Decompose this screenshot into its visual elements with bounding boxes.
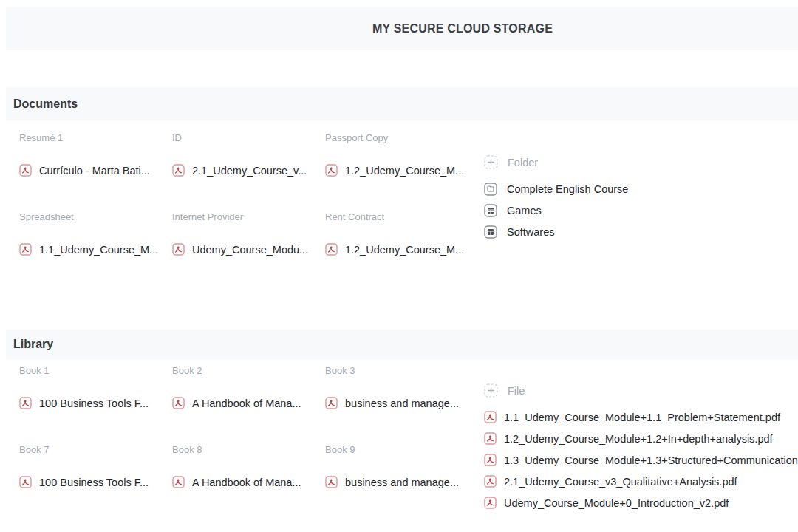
- library-column-2: Book 2 A Handbook of Mana... Book 8 A Ha…: [172, 359, 325, 523]
- folder-item[interactable]: Softwares: [484, 225, 798, 239]
- file-name: 100 Business Tools F...: [39, 477, 149, 488]
- cloud-storage-page: MY SECURE CLOUD STORAGE Documents Resumé…: [6, 7, 798, 532]
- pdf-icon: [325, 164, 338, 177]
- file-list-item[interactable]: Udemy_Course_Module+0_Introduction_v2.pd…: [484, 497, 798, 509]
- pdf-icon: [172, 476, 185, 488]
- pdf-icon: [325, 476, 338, 488]
- apps-grid-icon: [484, 204, 497, 217]
- file-slot-label: Resumé 1: [19, 132, 172, 143]
- documents-column-1: Resumé 1 Currículo - Marta Bati... Sprea…: [19, 120, 172, 290]
- file-name: 2.1_Udemy_Course_v...: [192, 165, 307, 177]
- file-slot-label: Book 8: [172, 444, 325, 455]
- folder-panel-title: Folder: [508, 157, 538, 168]
- folder-item-label: Softwares: [507, 226, 554, 238]
- dashed-plus-icon[interactable]: [484, 383, 498, 398]
- apps-grid-icon: [484, 225, 497, 239]
- file-name: 1.2_Udemy_Course_M...: [345, 244, 464, 256]
- pdf-icon: [484, 411, 497, 423]
- documents-column-2: ID 2.1_Udemy_Course_v... Internet Provid…: [172, 120, 325, 290]
- file-name: 100 Business Tools F...: [39, 398, 149, 409]
- file-name: Udemy_Course_Module+0_Introduction_v2.pd…: [504, 497, 729, 509]
- file-name: 1.3_Udemy_Course_Module+1.3+Structured+C…: [504, 454, 798, 466]
- documents-section-bar: Documents: [6, 87, 798, 120]
- file-name: 1.2_Udemy_Course_Module+1.2+In+depth+ana…: [504, 433, 773, 445]
- file-entry[interactable]: 1.1_Udemy_Course_M...: [19, 243, 163, 256]
- pdf-icon: [484, 497, 497, 509]
- file-name: Udemy_Course_Modu...: [192, 244, 308, 256]
- file-slot-label: ID: [172, 132, 325, 143]
- file-name: business and manage...: [345, 398, 459, 409]
- folder-item[interactable]: Complete English Course: [484, 183, 798, 196]
- file-panel: File 1.1_Udemy_Course_Module+1.1_Problem…: [482, 383, 798, 518]
- file-entry[interactable]: A Handbook of Mana...: [172, 397, 316, 409]
- file-list-item[interactable]: 1.3_Udemy_Course_Module+1.3+Structured+C…: [484, 454, 798, 466]
- library-section-bar: Library: [6, 330, 798, 359]
- file-entry[interactable]: 1.2_Udemy_Course_M...: [325, 164, 474, 177]
- documents-column-3: Passport Copy 1.2_Udemy_Course_M... Rent…: [325, 120, 482, 290]
- file-slot-label: Book 2: [172, 365, 325, 376]
- file-name: 1.2_Udemy_Course_M...: [345, 165, 464, 177]
- file-name: 1.1_Udemy_Course_Module+1.1_Problem+Stat…: [504, 412, 780, 423]
- file-entry[interactable]: Currículo - Marta Bati...: [19, 164, 163, 177]
- file-entry[interactable]: 100 Business Tools F...: [19, 476, 163, 488]
- file-entry[interactable]: 2.1_Udemy_Course_v...: [172, 164, 316, 177]
- pdf-icon: [172, 243, 185, 256]
- file-entry[interactable]: 100 Business Tools F...: [19, 397, 163, 409]
- file-list-item[interactable]: 1.2_Udemy_Course_Module+1.2+In+depth+ana…: [484, 432, 798, 445]
- file-slot-label: Book 9: [325, 444, 482, 455]
- file-entry[interactable]: 1.2_Udemy_Course_M...: [325, 243, 474, 256]
- file-name: A Handbook of Mana...: [192, 477, 301, 488]
- file-slot-label: Book 1: [19, 365, 172, 376]
- file-name: business and manage...: [345, 477, 459, 488]
- documents-section-title: Documents: [13, 98, 78, 111]
- documents-section: Documents Resumé 1 Currículo - Marta Bat…: [6, 87, 798, 290]
- file-entry[interactable]: business and manage...: [325, 476, 474, 488]
- pdf-icon: [19, 476, 32, 488]
- file-slot-label: Book 3: [325, 365, 482, 376]
- pdf-icon: [172, 397, 185, 409]
- pdf-icon: [484, 475, 497, 488]
- folder-item-label: Games: [507, 205, 542, 216]
- pdf-icon: [19, 243, 32, 256]
- folder-icon: [484, 183, 497, 196]
- pdf-icon: [484, 432, 497, 445]
- library-section: Library Book 1 100 Business Tools F... B…: [6, 330, 798, 523]
- pdf-icon: [172, 164, 185, 177]
- file-entry[interactable]: business and manage...: [325, 397, 474, 409]
- file-panel-header[interactable]: File: [484, 383, 798, 398]
- folder-item[interactable]: Games: [484, 204, 798, 217]
- pdf-icon: [325, 243, 338, 256]
- library-column-3: Book 3 business and manage... Book 9 bus…: [325, 359, 482, 523]
- pdf-icon: [484, 454, 497, 466]
- file-name: A Handbook of Mana...: [192, 398, 301, 409]
- library-column-1: Book 1 100 Business Tools F... Book 7 10…: [19, 359, 172, 523]
- folder-panel-header[interactable]: Folder: [484, 155, 798, 169]
- file-name: Currículo - Marta Bati...: [39, 165, 150, 177]
- file-panel-title: File: [508, 385, 525, 397]
- file-name: 1.1_Udemy_Course_M...: [39, 244, 158, 256]
- pdf-icon: [19, 397, 32, 409]
- library-grid: Book 1 100 Business Tools F... Book 7 10…: [19, 359, 798, 523]
- file-slot-label: Rent Contract: [325, 211, 482, 222]
- file-slot-label: Spreadsheet: [19, 211, 172, 222]
- file-entry[interactable]: A Handbook of Mana...: [172, 476, 316, 488]
- file-name: 2.1_Udemy_Course_v3_Qualitative+Analysis…: [504, 476, 737, 488]
- file-slot-label: Internet Provider: [172, 211, 325, 222]
- dashed-plus-icon[interactable]: [484, 155, 498, 169]
- folder-item-label: Complete English Course: [507, 183, 628, 195]
- documents-grid: Resumé 1 Currículo - Marta Bati... Sprea…: [19, 120, 798, 290]
- library-section-title: Library: [13, 338, 53, 351]
- page-title: MY SECURE CLOUD STORAGE: [372, 22, 553, 35]
- file-slot-label: Passport Copy: [325, 132, 482, 143]
- folder-panel: Folder Complete English Course Games Sof…: [482, 155, 798, 247]
- file-slot-label: Book 7: [19, 444, 172, 455]
- app-header: MY SECURE CLOUD STORAGE: [6, 7, 798, 50]
- pdf-icon: [325, 397, 338, 409]
- file-list-item[interactable]: 2.1_Udemy_Course_v3_Qualitative+Analysis…: [484, 475, 798, 488]
- pdf-icon: [19, 164, 32, 177]
- file-entry[interactable]: Udemy_Course_Modu...: [172, 243, 316, 256]
- file-list-item[interactable]: 1.1_Udemy_Course_Module+1.1_Problem+Stat…: [484, 411, 798, 423]
